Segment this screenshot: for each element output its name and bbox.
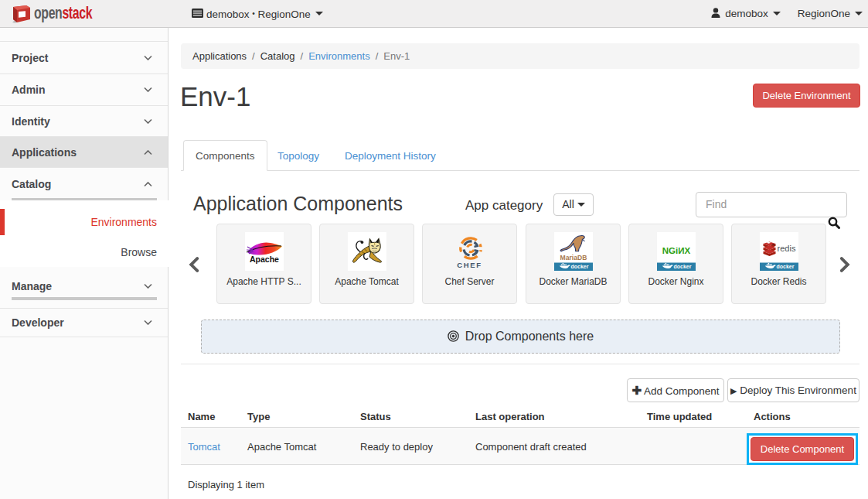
svg-text:CHEF: CHEF bbox=[457, 261, 482, 269]
svg-text:Apache: Apache bbox=[250, 255, 279, 264]
svg-text:docker: docker bbox=[776, 264, 794, 269]
svg-text:redis: redis bbox=[777, 244, 795, 253]
svg-text:MariaDB: MariaDB bbox=[560, 254, 587, 261]
svg-text:docker: docker bbox=[570, 264, 588, 269]
svg-text:docker: docker bbox=[673, 264, 691, 269]
svg-text:NGiИX: NGiИX bbox=[662, 246, 690, 255]
